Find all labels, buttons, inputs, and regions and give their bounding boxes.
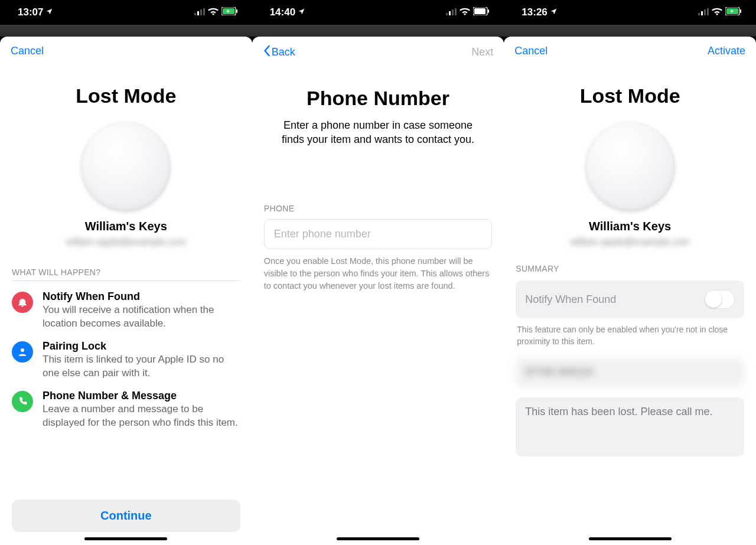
- status-bar: 13:26: [504, 0, 756, 25]
- home-indicator[interactable]: [337, 537, 419, 540]
- battery-icon: [473, 6, 490, 18]
- svg-rect-8: [446, 13, 448, 15]
- phone-number-card-redacted[interactable]: 07700 900123: [516, 358, 744, 387]
- wifi-icon: [460, 6, 470, 18]
- cellular-icon: [698, 6, 709, 18]
- next-button[interactable]: Next: [471, 46, 493, 58]
- phone-input[interactable]: [264, 219, 493, 249]
- back-button[interactable]: Back: [263, 45, 295, 60]
- page-title: Lost Mode: [0, 84, 252, 107]
- svg-rect-18: [707, 8, 709, 15]
- svg-point-7: [21, 348, 24, 352]
- svg-rect-3: [203, 8, 205, 15]
- bullet-phone: Phone Number & Message Leave a number an…: [0, 380, 252, 430]
- battery-charging-icon: [725, 6, 742, 18]
- background-dim: [252, 25, 504, 37]
- location-arrow-icon: [45, 6, 53, 18]
- page-title: Lost Mode: [504, 84, 756, 107]
- bullet-notify: Notify When Found You will receive a not…: [0, 281, 252, 331]
- svg-rect-9: [449, 11, 451, 15]
- svg-rect-11: [455, 8, 457, 15]
- svg-rect-17: [704, 9, 706, 15]
- svg-rect-0: [194, 13, 196, 15]
- wifi-icon: [712, 6, 722, 18]
- airtag-image: [81, 122, 171, 211]
- cancel-button[interactable]: Cancel: [11, 45, 44, 57]
- chevron-left-icon: [263, 45, 271, 60]
- status-time: 13:26: [522, 6, 547, 18]
- page-subtitle: Enter a phone number in case someone fin…: [252, 110, 504, 147]
- page-title: Phone Number: [252, 87, 504, 110]
- screen-phone-number: 14:40 Back Next Phone Number Enter a pho…: [252, 0, 504, 545]
- summary-label: SUMMARY: [504, 247, 756, 277]
- bullet-desc: This item is linked to your Apple ID so …: [43, 353, 240, 380]
- location-arrow-icon: [550, 6, 558, 18]
- screen-lost-mode-summary: 13:26 Cancel Activate Lost Mode William'…: [504, 0, 756, 545]
- background-dim: [504, 25, 756, 37]
- continue-button[interactable]: Continue: [12, 500, 240, 532]
- status-bar: 14:40: [252, 0, 504, 25]
- svg-rect-6: [236, 9, 237, 13]
- battery-charging-icon: [221, 6, 238, 18]
- phone-field-label: PHONE: [252, 147, 504, 219]
- item-owner-redacted: william.apple@example.com: [559, 237, 701, 247]
- background-dim: [0, 25, 252, 37]
- svg-rect-16: [701, 11, 703, 15]
- svg-rect-1: [197, 11, 199, 15]
- phone-icon: [12, 391, 33, 412]
- wifi-icon: [208, 6, 219, 18]
- cellular-icon: [194, 6, 205, 18]
- activate-button[interactable]: Activate: [708, 45, 745, 57]
- bullet-title: Phone Number & Message: [43, 390, 240, 402]
- back-label: Back: [272, 46, 295, 58]
- lost-message-card[interactable]: This item has been lost. Please call me.: [516, 397, 744, 456]
- section-label: WHAT WILL HAPPEN?: [0, 247, 252, 280]
- svg-rect-14: [488, 9, 489, 13]
- svg-rect-2: [200, 9, 202, 15]
- bullet-desc: You will receive a notification when the…: [43, 303, 240, 331]
- bullet-pairing: Pairing Lock This item is linked to your…: [0, 331, 252, 380]
- notify-label: Notify When Found: [525, 293, 616, 306]
- status-time: 13:07: [18, 6, 43, 18]
- bullet-desc: Leave a number and message to be display…: [43, 403, 240, 430]
- cellular-icon: [446, 6, 457, 18]
- home-indicator[interactable]: [84, 537, 167, 540]
- notify-toggle-row: Notify When Found: [516, 280, 744, 318]
- location-arrow-icon: [298, 6, 305, 18]
- svg-rect-21: [740, 9, 741, 13]
- bell-icon: [12, 292, 33, 313]
- status-bar: 13:07: [0, 0, 252, 25]
- cancel-button[interactable]: Cancel: [514, 45, 548, 57]
- notify-toggle[interactable]: [704, 290, 735, 309]
- airtag-image: [585, 122, 675, 211]
- bullet-title: Notify When Found: [43, 291, 240, 303]
- home-indicator[interactable]: [589, 537, 672, 540]
- svg-rect-10: [452, 9, 454, 15]
- person-icon: [12, 341, 33, 363]
- item-name: William's Keys: [0, 220, 252, 233]
- notify-note: This feature can only be enabled when yo…: [504, 318, 756, 347]
- status-time: 14:40: [270, 6, 295, 18]
- screen-lost-mode-intro: 13:07 Cancel Lost Mode William's Keys wi…: [0, 0, 252, 545]
- phone-footnote: Once you enable Lost Mode, this phone nu…: [252, 249, 504, 292]
- item-owner-redacted: william.apple@example.com: [55, 237, 197, 247]
- bullet-title: Pairing Lock: [43, 340, 240, 353]
- svg-rect-15: [698, 13, 700, 15]
- svg-rect-13: [474, 8, 485, 14]
- item-name: William's Keys: [504, 220, 756, 233]
